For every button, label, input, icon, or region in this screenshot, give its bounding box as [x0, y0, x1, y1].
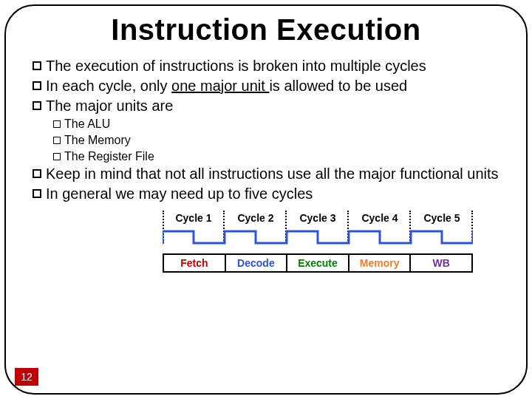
bullet-text: The Memory: [64, 133, 131, 149]
bullet-box-icon: [33, 61, 41, 70]
stage-wb: WB: [411, 253, 473, 273]
slide: Instruction Execution The execution of i…: [0, 0, 532, 399]
cycle-label-text: Cycle 2: [237, 212, 273, 224]
bullet-text: The major units are: [46, 97, 502, 115]
bullet-text: Keep in mind that not all instructions u…: [46, 165, 502, 183]
bullet-box-icon: [33, 81, 41, 90]
cycle-label: Cycle 2: [225, 212, 287, 224]
cycle-label: Cycle 1: [163, 212, 225, 224]
bullet-box-icon: [53, 137, 61, 144]
bullet-text: The execution of instructions is broken …: [46, 57, 502, 75]
slide-number-badge: 12: [15, 368, 38, 386]
bullet-item: Keep in mind that not all instructions u…: [33, 165, 502, 183]
bullet-subitem: The Memory: [53, 133, 502, 149]
cycle-label: Cycle 4: [349, 212, 411, 224]
bullet-text: The ALU: [64, 117, 110, 132]
bullet-box-icon: [33, 101, 41, 110]
cycle-labels-row: Cycle 1 Cycle 2 Cycle 3 Cycle 4 Cycle 5: [163, 212, 473, 224]
bullet-item: The execution of instructions is broken …: [33, 57, 502, 75]
bullet-list: The execution of instructions is broken …: [30, 57, 502, 203]
slide-title: Instruction Execution: [30, 13, 502, 47]
cycle-label-text: Cycle 5: [423, 212, 460, 224]
bullet-item: In each cycle, only one major unit is al…: [33, 77, 502, 95]
bullet-subitem: The Register File: [53, 149, 502, 165]
clock-waveform: [163, 227, 473, 246]
cycle-label-text: Cycle 1: [175, 212, 211, 224]
bullet-box-icon: [53, 153, 61, 160]
bullet-subitem: The ALU: [53, 117, 502, 132]
cycle-diagram: Cycle 1 Cycle 2 Cycle 3 Cycle 4 Cycle 5: [163, 212, 473, 273]
bullet-item: In general we may need up to five cycles: [33, 185, 502, 203]
cycle-label-text: Cycle 3: [299, 212, 335, 224]
bullet-text: In general we may need up to five cycles: [46, 185, 502, 203]
stage-execute: Execute: [287, 253, 349, 273]
bullet-text: In each cycle, only one major unit is al…: [46, 77, 502, 95]
bullet-text: The Register File: [64, 149, 154, 165]
stage-boxes-row: Fetch Decode Execute Memory WB: [163, 253, 473, 273]
bullet-box-icon: [53, 120, 61, 128]
stage-decode: Decode: [226, 253, 288, 273]
cycle-label: Cycle 5: [411, 212, 473, 224]
bullet-item: The major units are: [33, 97, 502, 115]
stage-fetch: Fetch: [163, 253, 226, 273]
bullet-box-icon: [33, 169, 41, 178]
cycle-label: Cycle 3: [287, 212, 349, 224]
stage-memory: Memory: [349, 253, 412, 273]
bullet-box-icon: [33, 189, 41, 198]
cycle-label-text: Cycle 4: [361, 212, 398, 224]
